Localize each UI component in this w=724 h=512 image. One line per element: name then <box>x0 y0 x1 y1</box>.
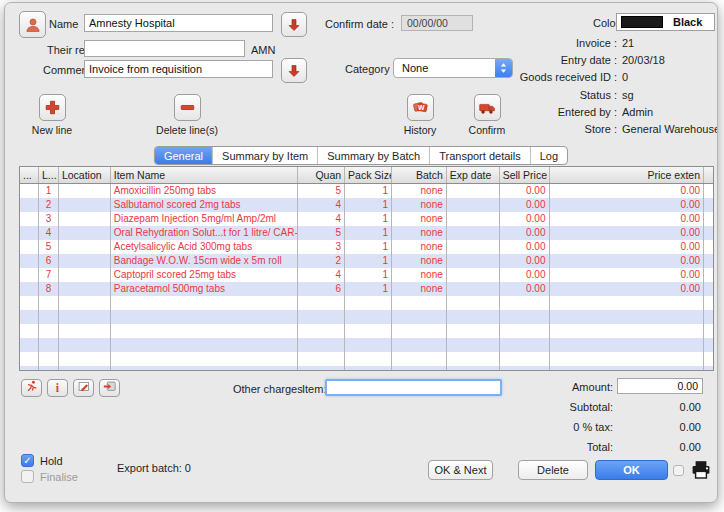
new-line-button[interactable]: New line <box>14 94 90 136</box>
cell: 1 <box>345 212 392 226</box>
cell <box>59 240 111 254</box>
cell <box>59 226 111 240</box>
table-row[interactable]: 5Acetylsalicylic Acid 300mg tabs31none0.… <box>20 240 713 254</box>
ok-next-button[interactable]: OK & Next <box>428 460 493 480</box>
name-input[interactable] <box>84 14 273 32</box>
cell <box>59 338 111 352</box>
col-header-sell-price: Sell Price <box>500 167 550 183</box>
cell: 0.00 <box>500 226 550 240</box>
export-batch-label: Export batch: 0 <box>117 462 191 474</box>
cell: Captopril scored 25mg tabs <box>111 268 298 282</box>
cell <box>39 310 59 324</box>
cell <box>447 268 500 282</box>
col-header-batch: Batch <box>392 167 447 183</box>
cell: Bandage W.O.W. 15cm wide x 5m roll <box>111 254 298 268</box>
cell: 1 <box>345 226 392 240</box>
subtotal-label: Subtotal: <box>517 401 613 413</box>
delete-button[interactable]: Delete <box>518 460 588 480</box>
ok-button[interactable]: OK <box>595 460 668 480</box>
cell <box>20 338 39 352</box>
tab-summary-by-batch[interactable]: Summary by Batch <box>317 147 429 164</box>
cell <box>298 324 345 338</box>
col-header-l: L... <box>39 167 59 183</box>
empty-row <box>20 310 713 324</box>
comment-input[interactable] <box>84 60 273 78</box>
table-row[interactable]: 6Bandage W.O.W. 15cm wide x 5m roll21non… <box>20 254 713 268</box>
history-cards-icon[interactable]: W <box>407 94 434 121</box>
cell <box>550 310 705 324</box>
cell <box>39 324 59 338</box>
cell <box>550 324 705 338</box>
cell: 0.00 <box>550 254 705 268</box>
cell: 0.00 <box>500 212 550 226</box>
colour-picker[interactable]: Black <box>616 13 715 31</box>
delete-lines-button[interactable]: Delete line(s) <box>149 94 225 136</box>
their-ref-input[interactable] <box>84 40 245 57</box>
cell: 8 <box>39 282 59 296</box>
cell <box>500 310 550 324</box>
empty-row <box>20 296 713 310</box>
info-button[interactable]: i <box>47 379 68 397</box>
cell: 5 <box>298 226 345 240</box>
cell: Diazepam Injection 5mg/ml Amp/2ml <box>111 212 298 226</box>
tab-summary-by-item[interactable]: Summary by Item <box>212 147 317 164</box>
cell <box>447 212 500 226</box>
transfer-button[interactable] <box>21 379 42 397</box>
info-value: 21 <box>622 37 634 49</box>
col-header-pack-size: Pack Size <box>345 167 392 183</box>
name-dropdown-button[interactable] <box>281 12 307 37</box>
minus-icon[interactable] <box>174 94 201 121</box>
hold-checkbox[interactable]: ✓ <box>21 454 34 467</box>
cell <box>704 352 713 366</box>
cell <box>298 338 345 352</box>
import-box-icon <box>102 379 117 397</box>
other-charges-item-input[interactable] <box>325 379 502 396</box>
cell: 1 <box>345 184 392 198</box>
cell <box>392 324 447 338</box>
cell: 0.00 <box>550 184 705 198</box>
history-button[interactable]: W History <box>382 94 458 136</box>
table-row[interactable]: 7Captopril scored 25mg tabs41none0.000.0… <box>20 268 713 282</box>
copy-to-button[interactable] <box>99 379 120 397</box>
cell: 1 <box>39 184 59 198</box>
finalise-checkbox[interactable] <box>21 470 34 483</box>
invoice-lines-table[interactable]: ...L...LocationItem NameQuanPack SizeBat… <box>19 166 714 371</box>
print-checkbox[interactable] <box>673 465 684 476</box>
table-row[interactable]: 4Oral Rehydration Solut...t for 1 litre/… <box>20 226 713 240</box>
cell <box>447 338 500 352</box>
other-charges-label: Other charges <box>233 383 303 395</box>
printer-icon[interactable] <box>689 457 713 481</box>
total-label: Total: <box>517 441 613 453</box>
amount-input[interactable] <box>617 378 703 394</box>
tab-general[interactable]: General <box>155 147 212 164</box>
truck-icon[interactable] <box>474 94 501 121</box>
table-row[interactable]: 3Diazepam Injection 5mg/ml Amp/2ml41none… <box>20 212 713 226</box>
cell <box>447 324 500 338</box>
finalise-label: Finalise <box>40 471 78 483</box>
table-row[interactable]: 8Paracetamol 500mg tabs61none0.000.00 <box>20 282 713 296</box>
cell <box>59 268 111 282</box>
tab-transport-details[interactable]: Transport details <box>429 147 530 164</box>
cell <box>345 366 392 371</box>
empty-row <box>20 352 713 366</box>
info-row: Goods received ID :0 <box>465 71 628 83</box>
edit-note-button[interactable] <box>73 379 94 397</box>
col-header-exp-date: Exp date <box>447 167 500 183</box>
cell <box>20 282 39 296</box>
tab-log[interactable]: Log <box>530 147 567 164</box>
cell <box>111 366 298 371</box>
cell <box>447 198 500 212</box>
plus-icon[interactable] <box>39 94 66 121</box>
cell <box>20 310 39 324</box>
name-lookup-button[interactable] <box>19 11 46 38</box>
note-pencil-icon <box>77 379 91 397</box>
table-row[interactable]: 1Amoxicillin 250mg tabs51none0.000.00 <box>20 184 713 198</box>
cell: 7 <box>39 268 59 282</box>
cell <box>39 296 59 310</box>
confirm-button[interactable]: Confirm <box>449 94 525 136</box>
info-value: General Warehouse <box>622 123 718 135</box>
table-row[interactable]: 2Salbutamol scored 2mg tabs41none0.000.0… <box>20 198 713 212</box>
comment-expand-button[interactable] <box>281 58 307 83</box>
info-value: 0 <box>622 71 628 83</box>
cell <box>447 366 500 371</box>
